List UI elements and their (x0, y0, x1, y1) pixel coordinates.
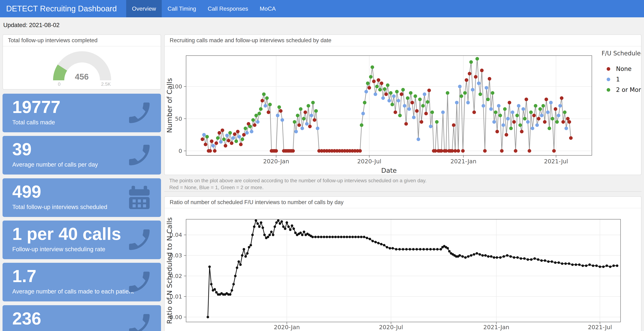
legend-label: 2 or More (616, 86, 641, 93)
x-tick-label: 2021-Jan (483, 324, 509, 331)
gauge-chart (3, 46, 161, 89)
stat-value: 499 (12, 183, 41, 200)
nav-tab-moca[interactable]: MoCA (254, 0, 282, 17)
nav-tab-overview[interactable]: Overview (126, 0, 162, 17)
phone-icon (126, 99, 153, 126)
phone-icon (126, 99, 153, 126)
nav-tabs: OverviewCall TimingCall ResponsesMoCA (126, 0, 282, 17)
gauge-card: Total follow-up interviews completed 456… (2, 34, 161, 90)
gauge-min-label: 0 (48, 82, 70, 87)
legend-entry-1[interactable]: 1 (607, 76, 620, 83)
legend: F/U ScheduledNone12 or More (602, 50, 641, 93)
x-tick-label: 2021-Jan (450, 158, 476, 165)
calls-scatter-chart[interactable]: 0501002020-Jan2020-Jul2021-Jan2021-JulDa… (164, 46, 641, 174)
phone-icon (126, 268, 153, 296)
legend-dot (607, 78, 610, 81)
chart-caption: The points on the plot above are colored… (164, 176, 642, 192)
legend-entry-2-or-more[interactable]: 2 or More (607, 86, 641, 93)
phone-icon (126, 310, 153, 331)
y-tick-label: 0 (178, 148, 182, 154)
stat-label: Average number of calls made to each pat… (12, 288, 134, 295)
stat-card-1: 39Average number of calls per day (2, 136, 161, 174)
stat-card-4: 1.7Average number of calls made to each … (2, 263, 161, 302)
ratio-chart-title: Ratio of number of scheduled F/U intervi… (164, 197, 641, 208)
y-axis-title: Ratio of N Scheduled to N Calls (166, 217, 174, 324)
stat-value: 19777 (12, 98, 60, 116)
nav-tab-call-responses[interactable]: Call Responses (202, 0, 254, 17)
ratio-chart-card: Ratio of number of scheduled F/U intervi… (164, 196, 642, 331)
stat-label: Average number of calls per day (12, 161, 98, 168)
x-tick-label: 2021-Jul (588, 324, 612, 331)
stat-card-5: 236 (2, 305, 161, 331)
phone-icon (126, 268, 153, 296)
app-title: DETECT Recruiting Dashboard (0, 0, 126, 17)
legend-dot (607, 88, 610, 92)
phone-icon (126, 226, 153, 254)
axes: 0.000.010.020.030.042020-Jan2020-Jul2021… (166, 217, 612, 331)
stat-value: 1 per 40 calls (12, 225, 121, 242)
x-tick-label: 2020-Jan (263, 158, 289, 165)
legend-title: F/U Scheduled (602, 50, 641, 57)
calls-chart-title: Recruiting calls made and follow-up inte… (164, 35, 641, 46)
stat-value: 39 (12, 140, 32, 158)
stat-label: Total calls made (12, 119, 55, 126)
calls-chart-card: Recruiting calls made and follow-up inte… (164, 34, 642, 175)
phone-icon (126, 141, 153, 169)
y-axis-title: Number of Calls (166, 78, 174, 133)
gridlines (186, 56, 592, 156)
caption-line-1: The points on the plot above are colored… (169, 177, 642, 184)
x-tick-label: 2021-Jul (544, 158, 568, 165)
legend-entry-none[interactable]: None (607, 65, 632, 72)
updated-timestamp: Updated: 2021-08-02 (3, 22, 60, 28)
stat-label: Total follow-up interviews scheduled (12, 204, 107, 210)
gauge-value: 456 (3, 72, 161, 82)
ratio-line-chart[interactable]: 0.000.010.020.030.042020-Jan2020-Jul2021… (164, 208, 641, 331)
x-tick-label: 2020-Jan (274, 324, 300, 331)
nav-tab-call-timing[interactable]: Call Timing (162, 0, 202, 17)
x-axis-title: Date (381, 167, 397, 174)
gauge-max-label: 2.5K (95, 82, 117, 87)
stat-card-0: 19777Total calls made (2, 94, 161, 132)
data-points (201, 57, 573, 153)
legend-dot (607, 67, 610, 71)
legend-label: None (616, 65, 632, 72)
x-tick-label: 2020-Jul (357, 158, 381, 165)
phone-icon (126, 141, 153, 169)
caption-line-2: Red = None, Blue = 1, Green = 2 or more. (169, 184, 642, 191)
plot-border (186, 56, 592, 156)
stat-label: Follow-up interview scheduling rate (12, 246, 105, 253)
calendar-icon (126, 184, 153, 211)
x-tick-label: 2020-Jul (379, 324, 403, 331)
navbar: DETECT Recruiting Dashboard OverviewCall… (0, 0, 644, 17)
stat-value: 236 (12, 310, 41, 327)
stat-card-3: 1 per 40 callsFollow-up interview schedu… (2, 220, 161, 259)
trend-line (202, 59, 571, 151)
stat-card-2: 499Total follow-up interviews scheduled (2, 178, 161, 217)
gauge-card-title: Total follow-up interviews completed (3, 35, 161, 46)
y-tick-label: 50 (175, 116, 182, 122)
legend-label: 1 (616, 76, 620, 83)
phone-icon (126, 310, 153, 331)
phone-icon (126, 226, 153, 254)
calendar-icon (126, 184, 153, 211)
data-points (207, 219, 618, 318)
stat-value: 1.7 (12, 268, 36, 285)
